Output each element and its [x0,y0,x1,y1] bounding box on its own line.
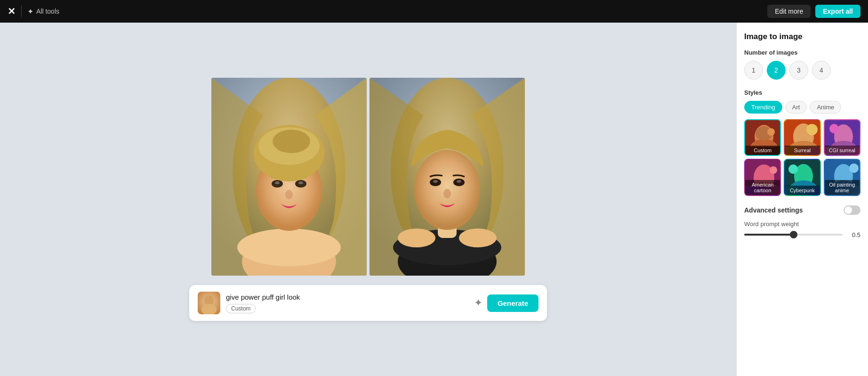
svg-point-10 [285,190,293,199]
prompt-bar: give power puff girl look Custom ✦ Gener… [189,285,547,321]
num-btn-4[interactable]: 4 [812,61,831,80]
style-tab-anime[interactable]: Anime [810,101,841,114]
svg-point-13 [273,130,310,153]
word-prompt-weight-label: Word prompt weight [744,221,860,228]
style-card-custom[interactable]: Custom [744,119,781,156]
style-card-surreal-label: Surreal [785,146,820,155]
style-card-surreal[interactable]: Surreal [784,119,820,156]
edit-more-button[interactable]: Edit more [767,5,811,18]
tools-icon: ✦ [27,7,33,16]
right-panel: Image to image Number of images 1 2 3 4 … [736,23,868,376]
svg-point-9 [298,181,303,184]
number-of-images-label: Number of images [744,49,860,56]
slider-value: 0.5 [847,231,860,238]
images-row [211,78,525,276]
style-card-custom-label: Custom [745,146,780,155]
logo-icon[interactable]: ✕ [8,6,16,17]
all-tools-button[interactable]: ✦ All tools [27,7,59,16]
svg-point-46 [770,166,777,174]
svg-point-26 [443,189,451,198]
num-btn-2[interactable]: 2 [767,61,786,80]
style-card-cyberpunk-label: Cyberpunk [785,186,820,195]
num-btn-3[interactable]: 3 [789,61,808,80]
style-card-american-label: American cartoon [745,180,780,195]
svg-point-24 [433,180,438,183]
generate-button[interactable]: Generate [487,294,538,312]
prompt-main-text: give power puff girl look [226,293,468,301]
svg-point-25 [457,180,461,183]
advanced-settings-label: Advanced settings [744,206,803,214]
prompt-text-area: give power puff girl look Custom [226,293,468,313]
number-of-images-row: 1 2 3 4 [744,61,860,80]
style-tab-trending[interactable]: Trending [744,101,782,114]
navbar: ✕ ✦ All tools Edit more Export all [0,0,868,23]
panel-title: Image to image [744,32,860,41]
export-button[interactable]: Export all [815,5,860,18]
style-tab-art[interactable]: Art [785,101,807,114]
svg-point-34 [767,128,775,136]
word-prompt-weight-slider[interactable] [744,234,843,236]
magic-icon[interactable]: ✦ [474,297,482,309]
prompt-actions: ✦ Generate [474,294,538,312]
style-grid: Custom Surreal CGI [744,119,860,196]
svg-point-8 [275,181,280,184]
num-btn-1[interactable]: 1 [744,61,763,80]
style-card-cyberpunk[interactable]: Cyberpunk [784,159,820,196]
all-tools-label: All tools [36,8,59,15]
svg-point-42 [829,124,839,133]
svg-point-50 [788,164,798,174]
svg-point-18 [398,229,435,247]
style-tabs: Trending Art Anime [744,101,860,114]
svg-point-38 [806,124,818,135]
styles-label: Styles [744,89,860,96]
style-card-oil-painting[interactable]: Oil painting anime [824,159,860,196]
style-card-cgi-surreal[interactable]: CGI surreal [824,119,860,156]
navbar-left: ✕ ✦ All tools [8,6,59,17]
main-layout: give power puff girl look Custom ✦ Gener… [0,23,868,376]
nav-divider [21,6,22,17]
svg-point-54 [849,163,859,173]
advanced-settings-toggle[interactable] [844,205,860,215]
style-card-oil-label: Oil painting anime [825,180,860,195]
generated-image-2[interactable] [370,78,525,276]
svg-point-19 [459,229,497,247]
advanced-settings-row: Advanced settings [744,205,860,215]
slider-row: 0.5 [744,231,860,238]
style-card-cgi-label: CGI surreal [825,146,860,155]
canvas-area: give power puff girl look Custom ✦ Gener… [0,23,736,376]
prompt-thumbnail [198,292,220,314]
navbar-right: Edit more Export all [767,5,860,18]
generated-image-1[interactable] [211,78,367,276]
prompt-style-tag[interactable]: Custom [226,304,256,313]
style-card-american-cartoon[interactable]: American cartoon [744,159,781,196]
